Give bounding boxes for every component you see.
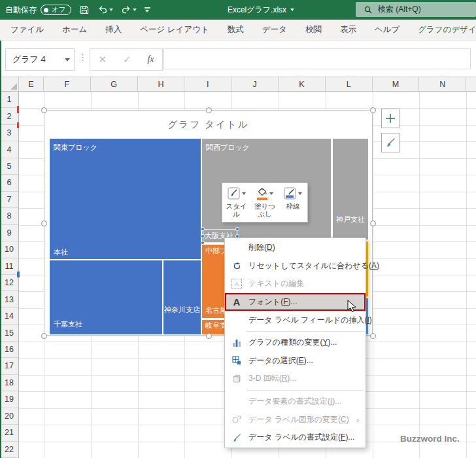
row-header-2[interactable]: 2: [0, 108, 18, 124]
row-header-3[interactable]: 3: [0, 125, 18, 141]
blank-icon: [231, 243, 242, 253]
style-button[interactable]: スタイル: [223, 186, 250, 218]
row-header-10[interactable]: 10: [0, 241, 18, 258]
select-all-button[interactable]: [0, 77, 19, 91]
row-header-14[interactable]: 14: [0, 308, 18, 325]
treemap-block-kobe[interactable]: [333, 139, 368, 239]
cancel-icon[interactable]: ✕: [98, 54, 107, 65]
chart-resize-handle[interactable]: [370, 333, 376, 339]
ribbon-tab[interactable]: ヘルプ: [366, 20, 409, 41]
row-header-8[interactable]: 8: [0, 208, 18, 224]
row-header-17[interactable]: 17: [0, 358, 18, 374]
row-header-6[interactable]: 6: [0, 175, 18, 191]
row-header-21[interactable]: 21: [0, 425, 18, 441]
ribbon-tab[interactable]: グラフのデザイン: [409, 20, 476, 41]
undo-icon: [97, 5, 108, 15]
ribbon-tab[interactable]: 挿入: [96, 20, 131, 41]
column-header-L[interactable]: L: [326, 77, 373, 91]
undo-button[interactable]: [97, 5, 113, 15]
edit-text-icon: A: [231, 279, 242, 289]
chart-resize-handle[interactable]: [370, 220, 376, 226]
enter-icon[interactable]: ✓: [123, 54, 131, 65]
chart-resize-handle[interactable]: [41, 107, 47, 113]
context-menu-item[interactable]: リセットしてスタイルに合わせる(A): [225, 257, 366, 275]
row-header-4[interactable]: 4: [0, 141, 18, 158]
menu-item-label: データ ラベルの書式設定(F)...: [248, 432, 354, 443]
chart-title[interactable]: グラフ タイトル: [44, 118, 372, 131]
context-menu-item: 3-D 回転(R)...: [225, 370, 366, 388]
label-selection-handle[interactable]: [201, 241, 205, 245]
chart-resize-handle[interactable]: [370, 107, 376, 113]
chart-elements-button[interactable]: [381, 109, 400, 128]
row-header-20[interactable]: 20: [0, 408, 18, 425]
context-menu-item[interactable]: 削除(D): [225, 239, 366, 257]
context-menu-item[interactable]: グラフの種類の変更(Y)...: [225, 334, 366, 352]
row-header-15[interactable]: 15: [0, 325, 18, 341]
chart-styles-button[interactable]: [381, 133, 400, 152]
row-header-5[interactable]: 5: [0, 158, 18, 175]
column-header-G[interactable]: G: [91, 77, 138, 91]
ribbon-tab[interactable]: ファイル: [1, 20, 53, 41]
column-header-E[interactable]: E: [19, 77, 44, 91]
row-header-12[interactable]: 12: [0, 275, 18, 291]
style-label: スタイル: [223, 202, 250, 218]
column-header-N[interactable]: N: [419, 77, 466, 91]
formula-input[interactable]: [163, 48, 471, 69]
search-icon: [364, 5, 373, 14]
column-header-H[interactable]: H: [138, 77, 185, 91]
ribbon-tab[interactable]: ホーム: [53, 20, 96, 41]
row-header-19[interactable]: 19: [0, 391, 18, 408]
chart-resize-handle[interactable]: [206, 107, 212, 113]
outline-color-bar: [286, 196, 294, 198]
column-header-K[interactable]: K: [279, 77, 326, 91]
treemap-block-honsha[interactable]: [50, 139, 201, 259]
row-header-13[interactable]: 13: [0, 291, 18, 308]
chart-resize-handle[interactable]: [41, 220, 47, 226]
save-button[interactable]: [79, 5, 90, 15]
menu-separator: [246, 331, 364, 332]
column-header-I[interactable]: I: [184, 77, 231, 91]
context-menu-item[interactable]: データ ラベル フィールドの挿入(I): [225, 311, 366, 329]
outline-color-button[interactable]: 枠線: [279, 186, 307, 210]
context-menu-item[interactable]: データの選択(E)...: [225, 352, 366, 370]
chart-resize-handle[interactable]: [41, 333, 47, 339]
window-left-border: [0, 41, 1, 458]
column-header-J[interactable]: J: [231, 77, 279, 91]
fill-color-bar: [257, 198, 267, 200]
label-selection-handle[interactable]: [235, 227, 239, 231]
context-menu-item[interactable]: Aフォント(F)...: [225, 293, 366, 311]
redo-button[interactable]: [121, 5, 137, 15]
ribbon-tab[interactable]: 表示: [331, 20, 366, 41]
context-menu-item: データ ラベル図形の変更(C)›: [225, 410, 366, 429]
treemap-block-kanagawa[interactable]: [163, 260, 201, 334]
customize-quick-access-button[interactable]: [144, 7, 150, 12]
row-header-11[interactable]: 11: [0, 258, 18, 275]
chart-type-icon: [231, 338, 242, 348]
column-header-M[interactable]: M: [373, 77, 420, 91]
insert-function-icon[interactable]: fx: [147, 54, 154, 65]
style-brush-icon: [228, 187, 241, 200]
fill-color-button[interactable]: 塗りつぶし: [251, 186, 279, 218]
fill-caret-icon: [269, 192, 273, 195]
row-header-16[interactable]: 16: [0, 342, 18, 358]
row-header-7[interactable]: 7: [0, 192, 18, 208]
search-input[interactable]: 検索 (Alt+Q): [356, 2, 476, 17]
row-header-9[interactable]: 9: [0, 225, 18, 241]
ribbon-tab[interactable]: 数式: [218, 20, 253, 41]
ribbon-tab[interactable]: ページ レイアウト: [131, 20, 218, 41]
row-header-1[interactable]: 1: [0, 92, 18, 108]
row-header-18[interactable]: 18: [0, 375, 18, 391]
autosave-toggle[interactable]: オフ: [41, 5, 71, 15]
chart-resize-handle[interactable]: [206, 333, 212, 339]
label-selection-handle[interactable]: [201, 227, 205, 231]
ribbon-tab[interactable]: 校閲: [296, 20, 331, 41]
row-headers: 12345678910111213141516171819202122: [0, 92, 19, 458]
column-header-F[interactable]: F: [44, 77, 91, 91]
context-menu-item[interactable]: データ ラベルの書式設定(F)...: [225, 429, 366, 447]
ribbon-tab[interactable]: データ: [253, 20, 296, 41]
name-box[interactable]: グラフ 4: [5, 48, 75, 71]
label-selection-handle[interactable]: [201, 234, 205, 238]
formula-bar-drag-handle[interactable]: ⋮: [78, 52, 87, 62]
row-header-22[interactable]: 22: [0, 442, 18, 458]
font-icon: A: [231, 297, 242, 308]
